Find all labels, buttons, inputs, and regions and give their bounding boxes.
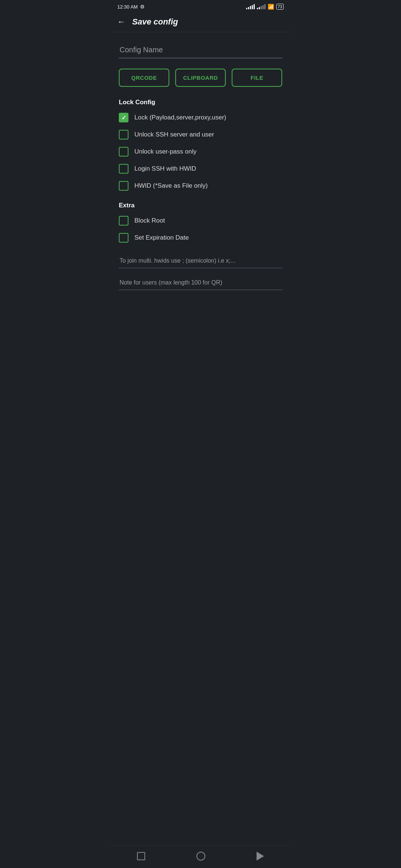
checkbox-unlock-ssh-box[interactable]: ✓ — [119, 130, 128, 139]
extra-section: Extra ✓ Block Root ✓ Set Expiration Date — [119, 202, 282, 243]
checkbox-unlock-user-pass[interactable]: ✓ Unlock user-pass only — [119, 147, 282, 157]
back-button[interactable]: ← — [117, 17, 125, 27]
config-name-input[interactable] — [119, 43, 282, 58]
set-expiration-label: Set Expiration Date — [134, 234, 189, 241]
checkbox-hwid-file-box[interactable]: ✓ — [119, 181, 128, 191]
lock-config-section: Lock Config ✓ Lock (Payload,server,proxy… — [119, 99, 282, 191]
bar9 — [263, 5, 264, 9]
time-display: 12:30 AM — [117, 4, 138, 10]
checkbox-unlock-ssh[interactable]: ✓ Unlock SSH server and user — [119, 130, 282, 139]
checkbox-lock-payload-box[interactable]: ✓ — [119, 113, 128, 122]
nav-home-button[interactable] — [196, 852, 205, 861]
nav-circle-icon — [196, 852, 205, 861]
checkbox-unlock-user-pass-box[interactable]: ✓ — [119, 147, 128, 157]
unlock-ssh-label: Unlock SSH server and user — [134, 131, 214, 138]
extra-title: Extra — [119, 202, 282, 209]
bar6 — [257, 8, 258, 9]
nav-triangle-icon — [257, 852, 264, 861]
page-title: Save config — [132, 17, 178, 27]
qrcode-button[interactable]: QRCODE — [119, 69, 169, 87]
export-buttons-row: QRCODE CLIPBOARD FILE — [119, 69, 282, 87]
lock-config-checkboxes: ✓ Lock (Payload,server,proxy,user) ✓ Unl… — [119, 113, 282, 191]
bar7 — [259, 7, 260, 9]
bar8 — [261, 6, 262, 9]
nav-square-icon — [137, 852, 145, 860]
extra-checkboxes: ✓ Block Root ✓ Set Expiration Date — [119, 216, 282, 243]
status-right: 📶 73 — [246, 4, 284, 10]
bar10 — [264, 4, 265, 9]
bar1 — [246, 8, 247, 9]
nav-bar — [111, 845, 290, 868]
login-ssh-hwid-label: Login SSH with HWID — [134, 165, 196, 172]
note-input[interactable] — [119, 276, 282, 290]
lock-payload-label: Lock (Payload,server,proxy,user) — [134, 114, 226, 121]
lock-config-title: Lock Config — [119, 99, 282, 106]
status-bar: 12:30 AM ⚙ 📶 73 — [111, 0, 290, 12]
bar2 — [248, 7, 249, 9]
checkbox-lock-payload[interactable]: ✓ Lock (Payload,server,proxy,user) — [119, 113, 282, 122]
battery-level: 73 — [278, 4, 282, 9]
signal-bars-1 — [246, 4, 255, 9]
status-left: 12:30 AM ⚙ — [117, 4, 145, 10]
nav-square-button[interactable] — [137, 852, 145, 860]
checkbox-block-root[interactable]: ✓ Block Root — [119, 216, 282, 226]
block-root-label: Block Root — [134, 217, 165, 224]
main-content: QRCODE CLIPBOARD FILE Lock Config ✓ Lock… — [111, 32, 290, 305]
hwids-input[interactable] — [119, 254, 282, 268]
checkbox-block-root-box[interactable]: ✓ — [119, 216, 128, 226]
bar5 — [254, 4, 255, 9]
checkbox-set-expiration-box[interactable]: ✓ — [119, 233, 128, 243]
gear-icon: ⚙ — [140, 4, 145, 10]
checkbox-login-ssh-hwid[interactable]: ✓ Login SSH with HWID — [119, 164, 282, 174]
battery-indicator: 73 — [276, 4, 284, 10]
checkbox-hwid-file[interactable]: ✓ HWID (*Save as File only) — [119, 181, 282, 191]
header: ← Save config — [111, 12, 290, 32]
file-button[interactable]: FILE — [232, 69, 282, 87]
bar4 — [252, 5, 253, 9]
signal-bars-2 — [257, 4, 265, 9]
unlock-user-pass-label: Unlock user-pass only — [134, 148, 196, 155]
checkbox-login-ssh-hwid-box[interactable]: ✓ — [119, 164, 128, 174]
checkmark-icon: ✓ — [121, 114, 126, 121]
wifi-icon: 📶 — [268, 4, 274, 10]
hwid-file-label: HWID (*Save as File only) — [134, 182, 208, 190]
clipboard-button[interactable]: CLIPBOARD — [175, 69, 226, 87]
nav-back-button[interactable] — [257, 852, 264, 861]
bar3 — [250, 6, 251, 9]
checkbox-set-expiration[interactable]: ✓ Set Expiration Date — [119, 233, 282, 243]
